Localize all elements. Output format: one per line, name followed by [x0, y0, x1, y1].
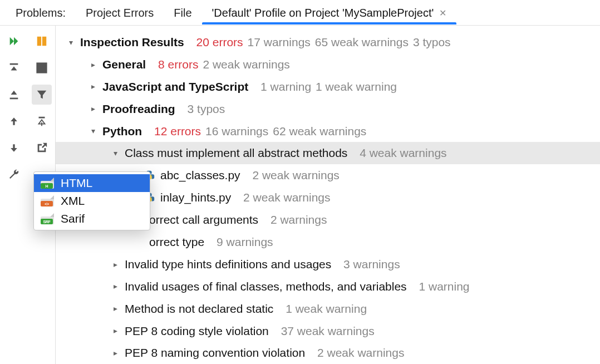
svg-rect-1	[10, 98, 18, 100]
filter-button[interactable]	[32, 85, 52, 105]
svg-rect-6	[38, 117, 45, 119]
chevron-down-icon: ▾	[66, 35, 76, 50]
tab-file-label: File	[174, 7, 191, 19]
tree-python[interactable]: ▾ Python 12 errors 16 warnings 62 weak w…	[56, 120, 600, 142]
filter-icon	[36, 88, 48, 101]
root-weak: 65 weak warnings	[315, 31, 409, 53]
tab-profile-label: 'Default' Profile on Project 'MySamplePr…	[212, 7, 434, 19]
abstract-label: Class must implement all abstract method…	[125, 142, 347, 164]
collapse-all-button[interactable]	[4, 85, 24, 105]
gutter-left-1	[0, 26, 28, 364]
expand-all-button[interactable]	[4, 58, 24, 78]
python-weak: 62 weak warnings	[273, 120, 366, 142]
chevron-down-icon: ▾	[88, 124, 98, 139]
svg-rect-3	[42, 37, 46, 46]
tree-abstract[interactable]: ▾ Class must implement all abstract meth…	[56, 142, 600, 164]
tree-pep8-naming[interactable]: ▸ PEP 8 naming convention violation 2 we…	[56, 342, 600, 364]
svg-rect-2	[37, 37, 41, 46]
trunc-b-tail: orrect type	[149, 231, 204, 253]
tree-static[interactable]: ▸ Method is not declared static 1 weak w…	[56, 298, 600, 320]
popup-item-html[interactable]: H HTML	[34, 174, 150, 192]
close-icon[interactable]: ✕	[439, 8, 446, 18]
arrow-down-icon	[8, 142, 19, 154]
autoscroll-icon	[36, 115, 48, 127]
chevron-right-icon: ▸	[88, 101, 98, 116]
settings-button[interactable]	[4, 165, 24, 185]
arrow-up-icon	[8, 116, 19, 127]
static-label: Method is not declared static	[125, 298, 273, 320]
tree-general[interactable]: ▸ General 8 errors 2 weak warnings	[56, 53, 600, 76]
python-errors: 12 errors	[154, 120, 201, 142]
jts-warnings: 1 warning	[260, 76, 311, 98]
jts-label: JavaScript and TypeScript	[102, 76, 248, 98]
root-label: Inspection Results	[80, 31, 184, 53]
tab-file[interactable]: File	[164, 1, 201, 24]
rerun-button[interactable]	[4, 31, 24, 51]
python-label: Python	[102, 120, 142, 142]
popup-item-xml[interactable]: <> XML	[34, 192, 150, 210]
wrench-icon	[8, 169, 20, 181]
autoscroll-button[interactable]	[32, 111, 52, 131]
tab-bar: Problems: Project Errors File 'Default' …	[0, 0, 600, 26]
chevron-right-icon: ▸	[110, 346, 120, 361]
svg-rect-0	[10, 63, 18, 65]
group-icon	[36, 35, 48, 47]
export-button[interactable]	[32, 138, 52, 158]
export-icon	[36, 142, 48, 154]
inv-final-weak: 1 warning	[419, 276, 469, 298]
next-button[interactable]	[4, 138, 24, 158]
popup-html-label: HTML	[61, 176, 92, 190]
chevron-right-icon: ▸	[110, 301, 120, 316]
tab-project-errors[interactable]: Project Errors	[76, 1, 164, 24]
tree-trunc-b[interactable]: orrect type 9 warnings	[56, 231, 600, 253]
inv-hints-label: Invalid type hints definitions and usage…	[125, 253, 331, 276]
tab-project-errors-label: Project Errors	[86, 7, 154, 19]
show-structure-button[interactable]	[32, 58, 52, 78]
tree-js-ts[interactable]: ▸ JavaScript and TypeScript 1 warning 1 …	[56, 76, 600, 98]
popup-sarif-label: Sarif	[61, 212, 85, 225]
proof-typos: 3 typos	[188, 98, 225, 120]
play-icon	[8, 35, 20, 47]
chevron-right-icon: ▸	[110, 257, 120, 272]
proof-label: Proofreading	[102, 98, 175, 120]
popup-xml-label: XML	[61, 194, 85, 208]
pep8n-weak: 2 weak warnings	[317, 342, 404, 364]
tree-root[interactable]: ▾ Inspection Results 20 errors 17 warnin…	[56, 31, 600, 53]
tree-invalid-hints[interactable]: ▸ Invalid type hints definitions and usa…	[56, 253, 600, 276]
file1-weak: 2 weak warnings	[252, 164, 339, 186]
html-file-icon: H	[41, 178, 54, 189]
pep8c-weak: 37 weak warnings	[281, 320, 375, 342]
tree-pep8-coding[interactable]: ▸ PEP 8 coding style violation 37 weak w…	[56, 320, 600, 342]
tree-invalid-final[interactable]: ▸ Invalid usages of final classes, metho…	[56, 276, 600, 298]
chevron-right-icon: ▸	[88, 79, 98, 94]
static-weak: 1 weak warning	[286, 298, 367, 320]
collapse-all-icon	[8, 88, 20, 101]
chevron-down-icon: ▾	[110, 146, 120, 161]
chevron-right-icon: ▸	[110, 279, 120, 294]
trunc-a-weak: 2 warnings	[271, 209, 327, 231]
popup-item-sarif[interactable]: SRF Sarif	[34, 210, 150, 228]
file1-name: abc_classes.py	[160, 164, 240, 186]
root-warnings: 17 warnings	[248, 31, 311, 53]
general-label: General	[102, 53, 146, 76]
sarif-file-icon: SRF	[41, 213, 54, 224]
pep8c-label: PEP 8 coding style violation	[125, 320, 269, 342]
svg-rect-5	[37, 63, 46, 73]
jts-weak: 1 weak warning	[316, 76, 397, 98]
root-errors: 20 errors	[196, 31, 243, 53]
group-by-button[interactable]	[32, 31, 52, 51]
prev-button[interactable]	[4, 111, 24, 131]
general-weak: 2 weak warnings	[203, 53, 289, 76]
structure-icon	[36, 62, 48, 74]
svg-rect-7	[41, 122, 42, 126]
export-format-popup: H HTML <> XML SRF Sarif	[33, 171, 150, 230]
tab-profile[interactable]: 'Default' Profile on Project 'MySamplePr…	[202, 1, 457, 24]
general-errors: 8 errors	[158, 53, 198, 76]
tree-proofreading[interactable]: ▸ Proofreading 3 typos	[56, 98, 600, 120]
tab-problems[interactable]: Problems:	[6, 1, 76, 24]
xml-file-icon: <>	[41, 195, 54, 206]
python-warnings: 16 warnings	[205, 120, 268, 142]
file2-weak: 2 weak warnings	[243, 186, 330, 209]
abstract-weak: 4 weak warnings	[360, 142, 446, 164]
root-typos: 3 typos	[413, 31, 451, 53]
